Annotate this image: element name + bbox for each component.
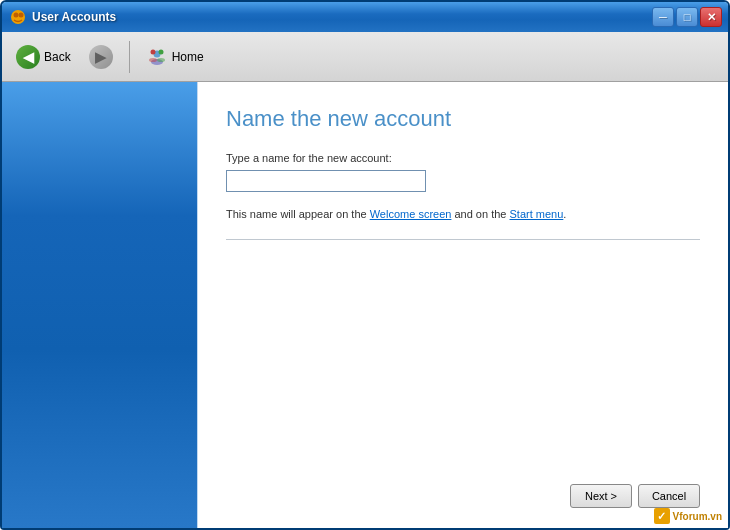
toolbar-separator (129, 41, 130, 73)
svg-point-1 (14, 13, 19, 18)
svg-point-8 (157, 58, 165, 62)
back-button[interactable]: ◀ Back (10, 41, 77, 73)
minimize-button[interactable]: ─ (652, 7, 674, 27)
sidebar (2, 82, 197, 528)
title-bar: User Accounts ─ □ ✕ (2, 2, 728, 32)
forward-button[interactable]: ▶ (83, 41, 119, 73)
cancel-button[interactable]: Cancel (638, 484, 700, 508)
description-text: This name will appear on the Welcome scr… (226, 206, 700, 223)
window-title: User Accounts (32, 10, 116, 24)
description-suffix: . (563, 208, 566, 220)
divider (226, 239, 700, 240)
home-button[interactable]: Home (140, 42, 210, 72)
forward-icon: ▶ (89, 45, 113, 69)
watermark-icon: ✓ (654, 508, 670, 524)
home-label: Home (172, 50, 204, 64)
svg-point-5 (158, 49, 163, 54)
back-label: Back (44, 50, 71, 64)
close-button[interactable]: ✕ (700, 7, 722, 27)
input-label: Type a name for the new account: (226, 152, 700, 164)
description-prefix: This name will appear on the (226, 208, 370, 220)
title-buttons: ─ □ ✕ (652, 7, 722, 27)
svg-point-2 (19, 13, 24, 18)
welcome-screen-link[interactable]: Welcome screen (370, 208, 452, 220)
start-menu-link[interactable]: Start menu (510, 208, 564, 220)
button-row: Next > Cancel (226, 484, 700, 508)
window-icon (10, 9, 26, 25)
page-title: Name the new account (226, 106, 700, 132)
svg-point-4 (150, 49, 155, 54)
next-button[interactable]: Next > (570, 484, 632, 508)
svg-point-7 (149, 58, 157, 62)
back-icon: ◀ (16, 45, 40, 69)
description-middle: and on the (451, 208, 509, 220)
toolbar: ◀ Back ▶ Home (2, 32, 728, 82)
maximize-button[interactable]: □ (676, 7, 698, 27)
watermark: ✓ Vforum.vn (654, 508, 722, 524)
account-name-input[interactable] (226, 170, 426, 192)
main-area: Name the new account Type a name for the… (2, 82, 728, 528)
home-icon (146, 46, 168, 68)
content-panel: Name the new account Type a name for the… (197, 82, 728, 528)
watermark-text: Vforum.vn (673, 511, 722, 522)
